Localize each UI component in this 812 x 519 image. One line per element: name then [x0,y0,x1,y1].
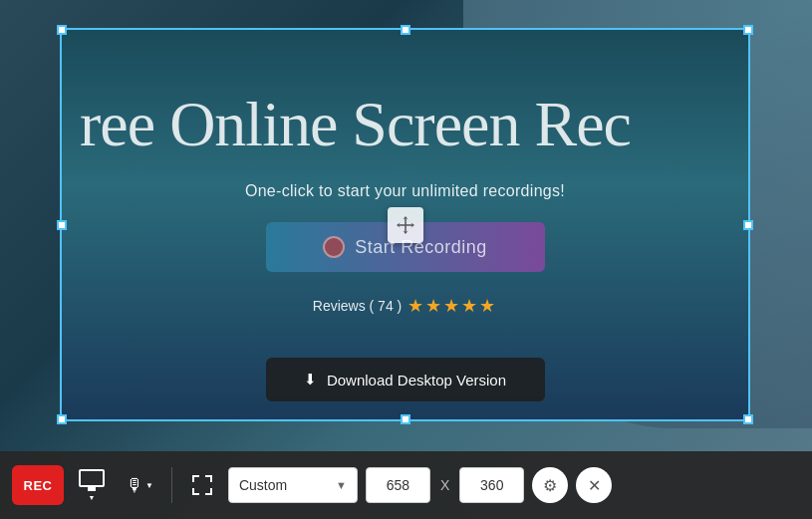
resolution-dropdown[interactable]: Custom ▼ [228,467,358,503]
resize-handle-tl[interactable] [57,25,67,35]
width-input[interactable]: 658 [366,467,430,503]
expand-icon [191,474,213,496]
dimension-separator: X [440,477,449,493]
resize-handle-tr[interactable] [743,25,753,35]
toolbar-divider [171,467,172,503]
resize-handle-bl[interactable] [57,414,67,424]
resize-handle-ml[interactable] [57,220,67,230]
height-value: 360 [480,477,503,493]
mic-button[interactable]: 🎙 ▼ [120,471,159,500]
expand-button[interactable] [184,467,220,503]
rec-button[interactable]: REC [12,465,64,505]
height-input[interactable]: 360 [459,467,524,503]
resize-handle-br[interactable] [743,414,753,424]
width-value: 658 [387,477,409,493]
resize-handle-bc[interactable] [401,414,410,424]
rec-label: REC [24,478,53,493]
screen-select-button[interactable]: ▼ [72,467,112,503]
resize-handle-mr[interactable] [743,220,753,230]
settings-button[interactable]: ⚙ [532,467,568,503]
dropdown-caret-icon: ▼ [336,479,347,491]
move-cursor-icon[interactable] [388,207,423,243]
four-arrow-icon [395,214,416,236]
custom-label: Custom [239,477,287,493]
selection-box[interactable] [60,28,750,421]
screen-icon [79,469,105,487]
resize-handle-tc[interactable] [401,25,410,35]
mic-icon: 🎙 [126,475,143,496]
toolbar: REC ▼ 🎙 ▼ Custom ▼ 658 X 360 ⚙ [0,451,812,519]
close-icon: ✕ [588,476,601,495]
mic-caret-icon: ▼ [145,481,153,490]
close-button[interactable]: ✕ [576,467,612,503]
gear-icon: ⚙ [543,476,557,495]
